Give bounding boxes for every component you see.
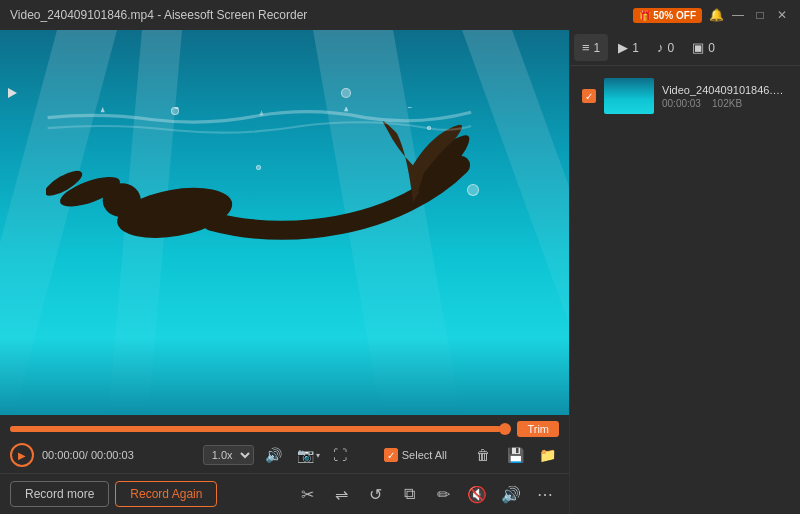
progress-fill: [10, 426, 501, 432]
tab-video[interactable]: ≡ 1: [574, 34, 608, 61]
progress-row: Trim: [10, 421, 559, 437]
tab-music-icon: ♪: [657, 40, 664, 55]
play-button[interactable]: ▶: [10, 443, 34, 467]
camera-button-group: 📷 ▾: [294, 443, 320, 467]
file-name: Video_240409101846.mp4: [662, 84, 788, 96]
main-layout: Trim ▶ 00:00:00/ 00:00:03 1.0x 0.5x 1.5x…: [0, 30, 800, 514]
tab-play-count: 1: [632, 41, 639, 55]
left-panel: Trim ▶ 00:00:00/ 00:00:03 1.0x 0.5x 1.5x…: [0, 30, 570, 514]
tab-music[interactable]: ♪ 0: [649, 34, 682, 61]
file-checkbox[interactable]: ✓: [582, 89, 596, 103]
progress-track[interactable]: [10, 426, 511, 432]
promo-badge[interactable]: 50% OFF: [633, 8, 702, 23]
file-list[interactable]: ✓ Video_240409101846.mp4 00:00:03 102KB: [570, 66, 800, 514]
fullscreen-button[interactable]: ⛶: [328, 443, 352, 467]
maximize-button[interactable]: □: [752, 7, 768, 23]
camera-button[interactable]: 📷: [294, 443, 318, 467]
tab-music-count: 0: [667, 41, 674, 55]
edit-tool-button[interactable]: ✏: [429, 480, 457, 508]
file-duration: 00:00:03: [662, 98, 701, 109]
record-more-button[interactable]: Record more: [10, 481, 109, 507]
record-again-button[interactable]: Record Again: [115, 481, 217, 507]
delete-button[interactable]: 🗑: [471, 443, 495, 467]
trim-button[interactable]: Trim: [517, 421, 559, 437]
save-button[interactable]: 💾: [503, 443, 527, 467]
select-all-label: Select All: [402, 449, 447, 461]
bell-icon[interactable]: 🔔: [708, 7, 724, 23]
speed-select[interactable]: 1.0x 0.5x 1.5x 2.0x: [203, 445, 254, 465]
progress-thumb[interactable]: [499, 423, 511, 435]
mute-tool-button[interactable]: 🔇: [463, 480, 491, 508]
time-display: 00:00:00/ 00:00:03: [42, 449, 152, 461]
app-title: Video_240409101846.mp4 - Aiseesoft Scree…: [10, 8, 633, 22]
title-controls: 50% OFF 🔔 — □ ✕: [633, 7, 790, 23]
file-meta: 00:00:03 102KB: [662, 98, 788, 109]
tab-image-count: 0: [708, 41, 715, 55]
tab-video-count: 1: [594, 41, 601, 55]
rotate-tool-button[interactable]: ↺: [361, 480, 389, 508]
controls-bar: Trim ▶ 00:00:00/ 00:00:03 1.0x 0.5x 1.5x…: [0, 415, 569, 473]
cut-tool-button[interactable]: ✂: [293, 480, 321, 508]
swimmer-figure: [46, 107, 473, 319]
playback-row: ▶ 00:00:00/ 00:00:03 1.0x 0.5x 1.5x 2.0x…: [10, 443, 559, 467]
tab-image[interactable]: ▣ 0: [684, 34, 723, 61]
open-folder-button[interactable]: 📁: [535, 443, 559, 467]
video-area[interactable]: [0, 30, 569, 415]
close-button[interactable]: ✕: [774, 7, 790, 23]
check-mark-icon: ✓: [585, 91, 593, 102]
select-all-row: ✓ Select All: [384, 448, 447, 462]
split-tool-button[interactable]: ⇌: [327, 480, 355, 508]
tab-play-icon: ▶: [618, 40, 628, 55]
camera-dropdown-arrow[interactable]: ▾: [316, 451, 320, 460]
right-panel: ≡ 1 ▶ 1 ♪ 0 ▣ 0 ✓: [570, 30, 800, 514]
tab-bar: ≡ 1 ▶ 1 ♪ 0 ▣ 0: [570, 30, 800, 66]
volume-tool-button[interactable]: 🔊: [497, 480, 525, 508]
file-size: 102KB: [712, 98, 742, 109]
tab-video-icon: ≡: [582, 40, 590, 55]
light-ray-4: [462, 30, 569, 415]
more-tool-button[interactable]: ⋯: [531, 480, 559, 508]
action-bar: Record more Record Again ✂ ⇌ ↺ ⧉ ✏ 🔇 🔊 ⋯: [0, 473, 569, 514]
video-canvas: [0, 30, 569, 415]
title-bar: Video_240409101846.mp4 - Aiseesoft Scree…: [0, 0, 800, 30]
file-item[interactable]: ✓ Video_240409101846.mp4 00:00:03 102KB: [578, 74, 792, 118]
select-all-checkbox[interactable]: ✓: [384, 448, 398, 462]
tab-image-icon: ▣: [692, 40, 704, 55]
volume-button[interactable]: 🔊: [262, 443, 286, 467]
file-info: Video_240409101846.mp4 00:00:03 102KB: [662, 84, 788, 109]
minimize-button[interactable]: —: [730, 7, 746, 23]
file-thumbnail: [604, 78, 654, 114]
tab-play[interactable]: ▶ 1: [610, 34, 647, 61]
copy-tool-button[interactable]: ⧉: [395, 480, 423, 508]
thumb-inner: [604, 78, 654, 114]
